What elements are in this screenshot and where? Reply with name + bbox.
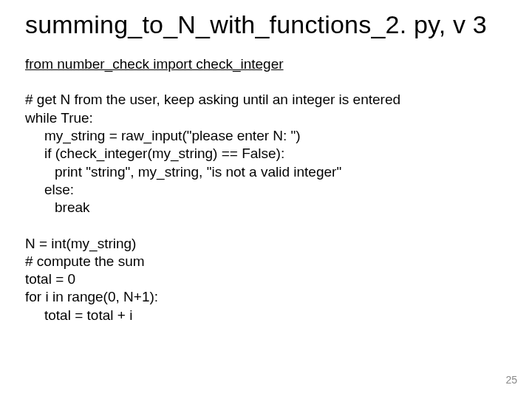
code-line: # get N from the user, keep asking until… <box>25 91 507 109</box>
code-line: break <box>25 199 507 216</box>
code-line: while True: <box>25 109 507 127</box>
import-line: from number_check import check_integer <box>25 55 507 73</box>
code-line: total = 0 <box>25 270 507 288</box>
code-line: if (check_integer(my_string) == False): <box>25 145 507 163</box>
code-line: else: <box>25 181 507 199</box>
code-line: print "string", my_string, "is not a val… <box>25 163 507 181</box>
code-line: my_string = raw_input("please enter N: "… <box>25 127 507 145</box>
code-line: # compute the sum <box>25 253 507 270</box>
slide: summing_to_N_with_functions_2. py, v 3 f… <box>0 0 532 399</box>
code-body: from number_check import check_integer #… <box>25 55 507 324</box>
slide-title: summing_to_N_with_functions_2. py, v 3 <box>25 10 507 39</box>
code-line: N = int(my_string) <box>25 235 507 253</box>
spacer <box>25 217 507 235</box>
code-line: for i in range(0, N+1): <box>25 288 507 306</box>
code-line: total = total + i <box>25 307 507 324</box>
page-number: 25 <box>505 374 517 386</box>
spacer <box>25 73 507 91</box>
